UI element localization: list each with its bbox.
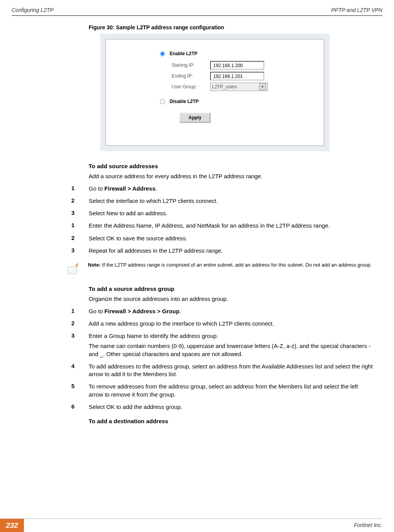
disable-l2tp-row[interactable]: Disable L2TP <box>160 99 308 104</box>
section1-intro: Add a source address for every address i… <box>89 172 374 180</box>
step-number: 3 <box>12 332 89 358</box>
step-text: Go to Firewall > Address. <box>89 185 157 193</box>
user-group-value: L2TP_users <box>212 84 237 90</box>
page-number: 232 <box>0 519 24 532</box>
step-number: 1 <box>12 307 89 315</box>
step-text: Repeat for all addresses in the L2TP add… <box>89 247 222 255</box>
step-text: To remove addresses from the address gro… <box>89 383 374 399</box>
step-number: 1 <box>12 185 89 193</box>
note-text: Note: If the L2TP address range is compr… <box>88 262 372 269</box>
enable-l2tp-label: Enable L2TP <box>170 51 197 56</box>
step-text: Add a new address group to the interface… <box>89 320 274 328</box>
header-left: Configuring L2TP <box>12 7 54 13</box>
apply-button[interactable]: Apply <box>179 113 210 123</box>
step-text: Select the interface to which L2TP clien… <box>89 197 218 205</box>
step-number: 2 <box>12 197 89 205</box>
enable-l2tp-row[interactable]: Enable L2TP <box>160 51 308 56</box>
note-icon <box>66 262 85 279</box>
chevron-down-icon[interactable]: ▼ <box>259 83 266 90</box>
section2-intro: Organize the source addresses into an ad… <box>89 295 374 303</box>
ending-ip-input[interactable] <box>210 72 264 80</box>
header-right: PPTP and L2TP VPN <box>331 7 382 13</box>
user-group-label: User Group: <box>172 84 210 90</box>
step-number: 2 <box>12 320 89 328</box>
step-text: Go to Firewall > Address > Group. <box>89 307 181 315</box>
step-text: Enter the Address Name, IP Address, and … <box>89 222 330 230</box>
starting-ip-label: Starting IP: <box>172 62 210 68</box>
starting-ip-input[interactable] <box>210 61 264 69</box>
step-number: 4 <box>12 363 89 378</box>
step-number: 6 <box>12 403 89 411</box>
section-heading-source-group: To add a source address group <box>89 285 382 292</box>
step-text: Select OK to add the address group. <box>89 403 182 411</box>
step-text: Select New to add an address. <box>89 209 167 217</box>
step-number: 3 <box>12 247 89 255</box>
page-header: Configuring L2TP PPTP and L2TP VPN <box>0 0 394 15</box>
l2tp-config-panel: Enable L2TP Starting IP: Ending IP: User… <box>106 39 324 146</box>
enable-l2tp-radio[interactable] <box>160 51 165 56</box>
step-text: Select OK to save the source address. <box>89 235 187 242</box>
step-text: Enter a Group Name to identify the addre… <box>89 332 374 358</box>
disable-l2tp-radio[interactable] <box>160 99 165 104</box>
step-number: 5 <box>12 383 89 399</box>
step-number: 2 <box>12 235 89 242</box>
page-footer: 232 Fortinet Inc. <box>0 518 394 532</box>
step-text: To add addresses to the address group, s… <box>89 363 374 378</box>
section-heading-destination: To add a destination address <box>89 418 382 424</box>
user-group-select[interactable]: L2TP_users ▼ <box>210 83 268 91</box>
footer-right: Fortinet Inc. <box>24 519 394 532</box>
svg-rect-0 <box>68 267 76 274</box>
step-number: 1 <box>12 222 89 230</box>
figure-screenshot: Enable L2TP Starting IP: Ending IP: User… <box>100 34 330 151</box>
disable-l2tp-label: Disable L2TP <box>170 99 199 104</box>
figure-caption: Figure 30: Sample L2TP address range con… <box>89 24 382 30</box>
section-heading-add-source: To add source addresses <box>89 163 382 169</box>
note-block: Note: If the L2TP address range is compr… <box>66 262 382 279</box>
step-subtext: The name can contain numbers (0-9), uppe… <box>89 342 374 358</box>
ending-ip-label: Ending IP: <box>172 73 210 79</box>
step-number: 3 <box>12 209 89 217</box>
